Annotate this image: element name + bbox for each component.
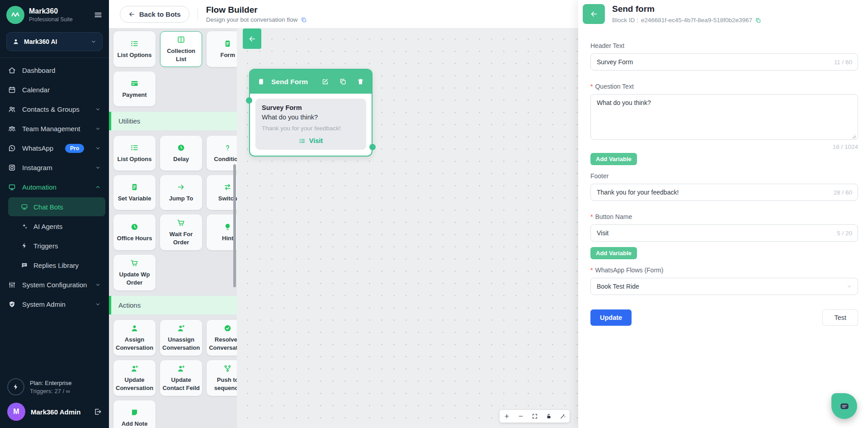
workspace-label: Mark360 AI <box>24 38 86 45</box>
app-suite: Professional Suite <box>29 16 89 23</box>
sidebar-item-label: Automation <box>22 183 89 191</box>
palette-card-label: Collection List <box>162 47 200 63</box>
palette-card-collection-list[interactable]: Collection List <box>160 31 202 67</box>
palette-card-push-to-sequence[interactable]: Push to sequence <box>207 360 237 396</box>
node-title: Send Form <box>271 78 311 86</box>
sidebar-item-triggers[interactable]: Triggers <box>8 236 105 255</box>
sidebar-item-calendar[interactable]: Calendar <box>0 80 109 100</box>
sidebar-item-system-configuration[interactable]: System Configuration <box>0 275 109 295</box>
arrow-left-icon <box>248 35 256 43</box>
block-id-value: e246681f-ec45-4b7f-8ea9-518f0b2e3967 <box>641 17 752 24</box>
workspace-selector[interactable]: Mark360 AI <box>6 32 103 51</box>
user-row[interactable]: M Mark360 Admin <box>7 403 102 421</box>
copy-icon[interactable] <box>301 17 307 23</box>
palette-card-list-options[interactable]: List Options <box>113 31 156 67</box>
palette-card-jump-to[interactable]: Jump To <box>160 175 202 210</box>
copy-icon[interactable] <box>339 78 347 86</box>
list-icon <box>130 143 139 152</box>
whatsapp-flows-select[interactable]: Book Test Ride <box>590 278 858 295</box>
sidebar-item-replies-library[interactable]: Replies Library <box>8 256 105 275</box>
back-to-bots-button[interactable]: Back to Bots <box>120 6 189 23</box>
mark360-logo-icon <box>6 6 24 24</box>
palette-card-update-wp-order[interactable]: Update Wp Order <box>113 255 156 290</box>
palette-card-label: Jump To <box>169 195 193 203</box>
header-text-input[interactable] <box>590 53 858 71</box>
header-divider <box>198 7 198 21</box>
sidebar-item-automation[interactable]: Automation <box>0 177 109 197</box>
fit-view-button[interactable] <box>528 410 542 423</box>
copy-icon[interactable] <box>755 17 761 24</box>
logout-icon[interactable] <box>94 408 102 416</box>
sidebar-item-dashboard[interactable]: Dashboard <box>0 61 109 80</box>
palette-card-list-options[interactable]: List Options <box>113 136 156 171</box>
palette-card-payment[interactable]: Payment <box>113 71 156 106</box>
edit-icon[interactable] <box>321 78 329 86</box>
update-button[interactable]: Update <box>590 309 632 326</box>
palette-scrollbar[interactable] <box>233 164 236 287</box>
plan-triggers: Triggers: 27 / ∞ <box>30 388 72 395</box>
chevron-down-icon <box>95 301 101 307</box>
sidebar-item-label: Instagram <box>22 164 89 171</box>
button-name-input[interactable] <box>590 224 858 242</box>
palette-card-condition[interactable]: Condition <box>207 136 237 171</box>
palette-card-label: Unassign Conversation <box>162 336 200 352</box>
footer-input[interactable] <box>590 184 858 201</box>
sidebar-item-label: Contacts & Groups <box>22 105 89 113</box>
add-variable-button[interactable]: Add Variable <box>590 153 637 165</box>
test-button[interactable]: Test <box>822 309 858 326</box>
zoom-in-button[interactable] <box>500 410 514 423</box>
flow-canvas[interactable]: Send Form Survey Form What do you think?… <box>237 29 578 428</box>
columns-icon <box>177 35 185 44</box>
person-x-icon <box>177 324 185 333</box>
instagram-icon <box>8 164 16 171</box>
bolt-icon <box>7 378 24 395</box>
lock-button[interactable] <box>542 410 556 423</box>
panel-back-button[interactable] <box>583 4 605 24</box>
send-form-node[interactable]: Send Form Survey Form What do you think?… <box>249 69 373 157</box>
node-input-port[interactable] <box>246 97 252 104</box>
preview-visit-button[interactable]: Visit <box>262 137 360 144</box>
bulb-icon <box>223 223 232 231</box>
hamburger-icon[interactable] <box>94 10 103 19</box>
palette-card-add-note[interactable]: Add Note <box>113 400 156 428</box>
sidebar-item-system-admin[interactable]: System Admin <box>0 295 109 314</box>
palette-card-office-hours[interactable]: Office Hours <box>113 214 156 250</box>
palette-card-update-conversation[interactable]: Update Conversation <box>113 360 156 396</box>
sidebar-item-instagram[interactable]: Instagram <box>0 158 109 177</box>
support-chat-fab[interactable] <box>831 393 857 419</box>
magic-wand-icon <box>560 413 566 419</box>
collapse-palette-button[interactable] <box>243 29 261 49</box>
palette-card-switch[interactable]: Switch <box>207 175 237 210</box>
question-text-label: * Question Text <box>590 83 858 90</box>
sidebar-item-ai-agents[interactable]: AI Agents <box>8 217 105 236</box>
palette-card-form[interactable]: Form <box>207 31 237 67</box>
sidebar-item-whatsapp[interactable]: WhatsApp Pro <box>0 138 109 158</box>
question-text-textarea[interactable]: What do you think? <box>590 94 858 140</box>
sidebar-item-label: System Configuration <box>22 281 89 289</box>
avatar: M <box>7 403 25 421</box>
palette-card-update-contact-feild[interactable]: Update Contact Feild <box>160 360 202 396</box>
top-header: Back to Bots Flow Builder Design your bo… <box>109 0 578 29</box>
arrow-right-icon <box>177 183 185 191</box>
palette-card-resolved-conversation[interactable]: Resolved Conversation <box>207 320 237 356</box>
zoom-out-button[interactable] <box>514 410 528 423</box>
sidebar-item-chat-bots[interactable]: Chat Bots <box>8 197 105 216</box>
palette-card-hint[interactable]: Hint <box>207 214 237 250</box>
field-label-text: Footer <box>590 172 609 180</box>
palette-card-delay[interactable]: Delay <box>160 136 202 171</box>
add-variable-button[interactable]: Add Variable <box>590 247 637 259</box>
whatsapp-flows-label: * WhatsApp Flows (Form) <box>590 266 858 274</box>
bot-icon <box>8 183 16 191</box>
palette-card-unassign-conversation[interactable]: Unassign Conversation <box>160 320 202 356</box>
sidebar-item-contacts-groups[interactable]: Contacts & Groups <box>0 100 109 119</box>
palette-card-wait-for-order[interactable]: Wait For Order <box>160 214 202 250</box>
page-subtitle: Design your bot conversation flow <box>206 16 298 23</box>
sidebar-item-team-management[interactable]: Team Management <box>0 119 109 138</box>
palette-card-set-variable[interactable]: Set Variable <box>113 175 156 210</box>
pro-badge: Pro <box>65 144 84 153</box>
node-output-port[interactable] <box>369 144 376 150</box>
auto-layout-button[interactable] <box>556 410 570 423</box>
palette-card-assign-conversation[interactable]: Assign Conversation <box>113 320 156 356</box>
back-to-bots-label: Back to Bots <box>139 10 181 18</box>
trash-icon[interactable] <box>357 78 364 86</box>
